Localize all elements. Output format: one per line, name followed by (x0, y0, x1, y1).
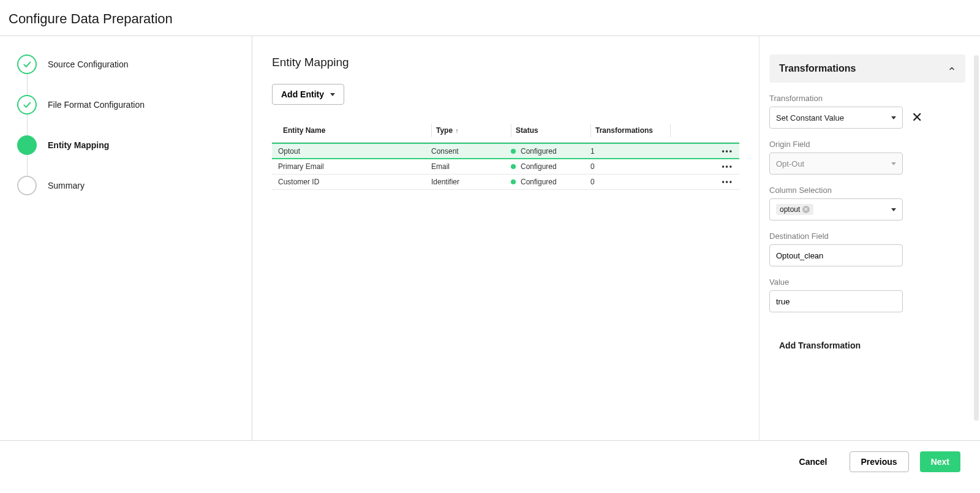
wizard-step-summary[interactable]: Summary (17, 176, 235, 195)
footer: Cancel Previous Next (0, 440, 980, 482)
cell-transformations: 0 (590, 178, 670, 186)
scrollbar[interactable] (974, 55, 979, 421)
check-icon (17, 95, 37, 115)
caret-down-icon (330, 93, 335, 96)
status-dot-icon (511, 179, 516, 184)
page-title: Configure Data Preparation (0, 0, 980, 36)
transformation-label: Transformation (769, 94, 965, 103)
wizard-connector (27, 74, 28, 95)
column-chip[interactable]: optout ✕ (776, 204, 813, 215)
col-type-label: Type (436, 126, 453, 135)
value-label: Value (769, 277, 965, 287)
wizard-step-mapping[interactable]: Entity Mapping (17, 135, 235, 155)
column-chip-label: optout (780, 205, 800, 214)
status-dot-icon (511, 164, 516, 169)
remove-transformation-icon[interactable]: ✕ (911, 111, 922, 124)
col-status[interactable]: Status (511, 126, 590, 135)
cancel-button[interactable]: Cancel (788, 451, 839, 472)
transformations-panel: Transformations Transformation Set Const… (760, 36, 980, 440)
entity-table: Entity Name Type ↑ Status Transformation… (272, 118, 739, 190)
status-dot-icon (511, 149, 516, 154)
destination-field-text[interactable] (776, 251, 896, 260)
col-entity-name[interactable]: Entity Name (278, 126, 431, 135)
row-actions-menu-icon[interactable]: ••• (722, 147, 733, 156)
add-transformation-button[interactable]: Add Transformation (779, 341, 965, 350)
chip-remove-icon[interactable]: ✕ (802, 206, 810, 213)
pending-step-icon (17, 176, 37, 195)
wizard-connector (27, 115, 28, 135)
chevron-up-icon (948, 65, 956, 72)
current-step-icon (17, 135, 37, 155)
wizard-step-label: Summary (48, 181, 85, 190)
table-header: Entity Name Type ↑ Status Transformation… (272, 118, 739, 143)
wizard-step-format[interactable]: File Format Configuration (17, 95, 235, 115)
table-row[interactable]: Optout Consent Configured 1 ••• (272, 143, 739, 159)
column-selection-label: Column Selection (769, 186, 965, 195)
add-entity-label: Add Entity (281, 89, 324, 99)
wizard-step-label: Entity Mapping (48, 140, 109, 150)
destination-field-input[interactable] (769, 244, 903, 266)
col-type[interactable]: Type ↑ (431, 126, 511, 135)
caret-down-icon (891, 116, 896, 119)
table-row[interactable]: Customer ID Identifier Configured 0 ••• (272, 175, 739, 190)
wizard-sidebar: Source Configuration File Format Configu… (0, 36, 252, 440)
value-text[interactable] (776, 297, 896, 306)
origin-field-value: Opt-Out (776, 159, 804, 168)
wizard-connector (27, 155, 28, 176)
cell-type: Email (431, 162, 511, 171)
cell-status: Configured (511, 178, 590, 186)
caret-down-icon (891, 208, 896, 211)
cell-entity-name: Customer ID (278, 178, 431, 186)
transformation-value: Set Constant Value (776, 113, 844, 122)
panel-title: Transformations (779, 63, 856, 74)
sort-asc-icon: ↑ (455, 127, 459, 134)
wizard-step-label: Source Configuration (48, 59, 129, 69)
cell-type: Identifier (431, 178, 511, 186)
transformations-panel-header[interactable]: Transformations (769, 55, 965, 83)
next-button[interactable]: Next (920, 451, 960, 472)
caret-down-icon (891, 162, 896, 165)
cell-type: Consent (431, 147, 511, 156)
cell-entity-name: Primary Email (278, 162, 431, 171)
transformation-select[interactable]: Set Constant Value (769, 107, 903, 129)
origin-field-select[interactable]: Opt-Out (769, 152, 903, 175)
row-actions-menu-icon[interactable]: ••• (722, 162, 733, 171)
cell-status: Configured (511, 162, 590, 171)
origin-field-label: Origin Field (769, 140, 965, 149)
main-content: Entity Mapping Add Entity Entity Name Ty… (252, 36, 760, 440)
row-actions-menu-icon[interactable]: ••• (722, 178, 733, 186)
add-entity-button[interactable]: Add Entity (272, 84, 344, 105)
check-icon (17, 55, 37, 74)
wizard-step-label: File Format Configuration (48, 100, 145, 110)
cell-entity-name: Optout (278, 147, 431, 156)
cell-transformations: 1 (590, 147, 670, 156)
wizard-step-source[interactable]: Source Configuration (17, 55, 235, 74)
previous-button[interactable]: Previous (850, 451, 909, 472)
col-transformations[interactable]: Transformations (590, 126, 670, 135)
column-selection-input[interactable]: optout ✕ (769, 198, 903, 220)
cell-transformations: 0 (590, 162, 670, 171)
cell-status: Configured (511, 147, 590, 156)
table-row[interactable]: Primary Email Email Configured 0 ••• (272, 159, 739, 175)
main-title: Entity Mapping (272, 56, 739, 69)
destination-field-label: Destination Field (769, 231, 965, 241)
value-input[interactable] (769, 290, 903, 312)
